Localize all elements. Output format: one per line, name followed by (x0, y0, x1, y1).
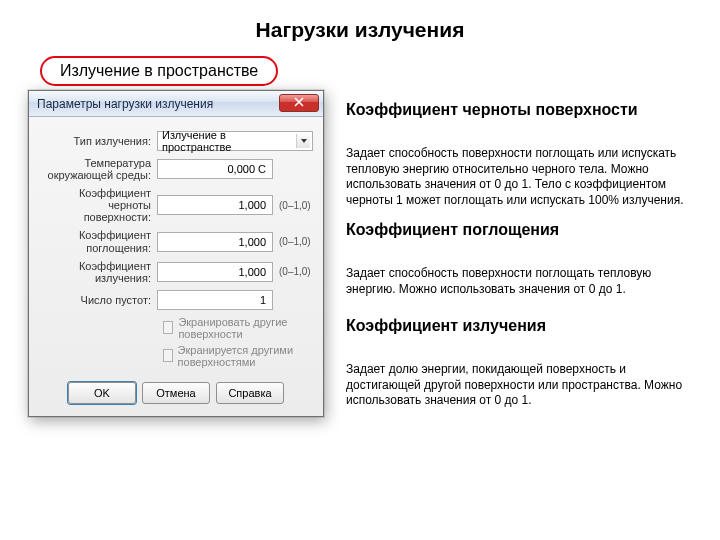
section-emission-text: Задает долю энергии, покидающей поверхно… (346, 362, 686, 409)
section-emissivity-text: Задает способность поверхности поглощать… (346, 146, 686, 208)
emission-coef-label: Коэффициент излучения: (39, 260, 157, 284)
shielded-by-others-label: Экранируется другими поверхностями (178, 344, 313, 368)
close-icon (294, 96, 304, 110)
close-button[interactable] (279, 94, 319, 112)
void-count-input[interactable]: 1 (157, 290, 273, 310)
section-emission: Коэффициент излучения (346, 316, 686, 335)
emission-coef-range: (0–1,0) (273, 266, 313, 277)
dialog-titlebar: Параметры нагрузки излучения (29, 91, 323, 117)
radiation-space-badge: Излучение в пространстве (40, 56, 278, 86)
section-emissivity: Коэффициент черноты поверхности (346, 100, 686, 119)
radiation-type-select[interactable]: Излучение в пространстве (157, 131, 313, 151)
section-absorptivity-text: Задает способность поверхности поглощать… (346, 266, 686, 297)
dialog-body: Тип излучения: Излучение в пространстве … (29, 117, 323, 416)
shield-others-checkbox-row: Экранировать другие поверхности (163, 316, 313, 340)
shielded-by-others-checkbox[interactable] (163, 349, 173, 362)
page-title: Нагрузки излучения (0, 18, 720, 42)
shield-others-checkbox[interactable] (163, 321, 173, 334)
absorptivity-input[interactable]: 1,000 (157, 232, 273, 252)
dialog-title: Параметры нагрузки излучения (35, 97, 279, 111)
chevron-down-icon (296, 134, 310, 148)
section-absorptivity: Коэффициент поглощения (346, 220, 686, 239)
emissivity-input[interactable]: 1,000 (157, 195, 273, 215)
void-count-label: Число пустот: (39, 294, 157, 306)
section-emissivity-title: Коэффициент черноты поверхности (346, 100, 686, 119)
shield-others-label: Экранировать другие поверхности (178, 316, 313, 340)
section-absorptivity-body: Задает способность поверхности поглощать… (346, 264, 686, 297)
section-emission-body: Задает долю энергии, покидающей поверхно… (346, 360, 686, 409)
radiation-type-value: Излучение в пространстве (162, 129, 296, 153)
ok-button[interactable]: OK (68, 382, 136, 404)
dialog-buttons: OK Отмена Справка (39, 372, 313, 406)
section-emissivity-body: Задает способность поверхности поглощать… (346, 144, 686, 208)
absorptivity-range: (0–1,0) (273, 236, 313, 247)
absorptivity-label: Коэффициент поглощения: (39, 229, 157, 253)
section-absorptivity-title: Коэффициент поглощения (346, 220, 686, 239)
ambient-temp-label: Температура окружающей среды: (39, 157, 157, 181)
radiation-type-label: Тип излучения: (39, 135, 157, 147)
ambient-temp-input[interactable]: 0,000 C (157, 159, 273, 179)
cancel-button[interactable]: Отмена (142, 382, 210, 404)
shielded-by-others-checkbox-row: Экранируется другими поверхностями (163, 344, 313, 368)
section-emission-title: Коэффициент излучения (346, 316, 686, 335)
emissivity-range: (0–1,0) (273, 200, 313, 211)
emissivity-label: Коэффициент черноты поверхности: (39, 187, 157, 223)
emission-coef-input[interactable]: 1,000 (157, 262, 273, 282)
help-button[interactable]: Справка (216, 382, 284, 404)
radiation-load-params-dialog: Параметры нагрузки излучения Тип излучен… (28, 90, 324, 417)
